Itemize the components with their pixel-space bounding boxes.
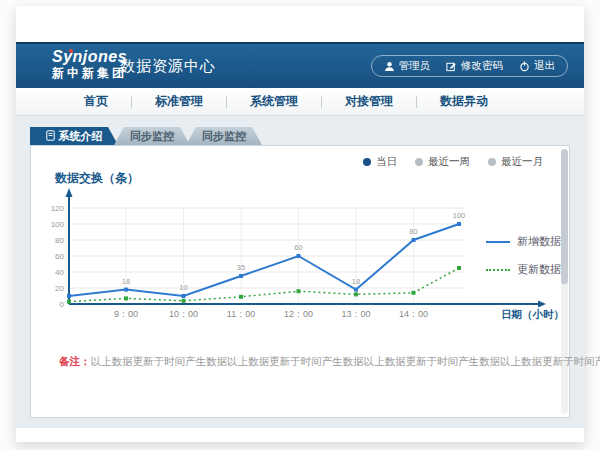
document-icon bbox=[46, 130, 55, 143]
radio-dot-icon bbox=[363, 158, 371, 166]
panel-scrollbar[interactable] bbox=[561, 149, 568, 414]
user-icon bbox=[384, 61, 395, 72]
nav-item-interface-mgmt[interactable]: 对接管理 bbox=[339, 93, 399, 110]
svg-text:日期（小时）: 日期（小时） bbox=[501, 308, 564, 321]
current-user-button[interactable]: 管理员 bbox=[384, 59, 431, 73]
page-title: 数据资源中心 bbox=[120, 57, 216, 76]
svg-text:80: 80 bbox=[55, 236, 64, 245]
nav-item-system-mgmt[interactable]: 系统管理 bbox=[244, 93, 304, 110]
footnote: 备注：以上数据更新于时间产生数据以上数据更新于时间产生数据以上数据更新于时间产生… bbox=[59, 355, 600, 369]
nav-separator bbox=[131, 96, 132, 108]
nav-separator bbox=[416, 96, 417, 108]
user-actions: 管理员 修改密码 退出 bbox=[371, 55, 569, 77]
radio-dot-icon bbox=[488, 158, 496, 166]
svg-text:11：00: 11：00 bbox=[227, 309, 255, 319]
app-header: Synjones 新中新集团 数据资源中心 管理员 修改密码 退出 bbox=[16, 42, 584, 88]
nav-separator bbox=[226, 96, 227, 108]
main-nav: 首页 标准管理 系统管理 对接管理 数据异动 bbox=[16, 88, 584, 116]
svg-text:9：00: 9：00 bbox=[114, 309, 138, 319]
tab-bar: 系统介绍 同步监控 同步监控 bbox=[30, 127, 262, 145]
footnote-text: 以上数据更新于时间产生数据以上数据更新于时间产生数据以上数据更新于时间产生数据以… bbox=[91, 355, 600, 367]
svg-text:10: 10 bbox=[179, 283, 187, 292]
svg-text:14：00: 14：00 bbox=[399, 309, 428, 319]
browser-window: Synjones 新中新集团 数据资源中心 管理员 修改密码 退出 bbox=[16, 6, 584, 442]
nav-item-standard-mgmt[interactable]: 标准管理 bbox=[149, 93, 209, 110]
chart-legend: 新增数据 更新数据 bbox=[486, 234, 561, 277]
radio-dot-icon bbox=[415, 158, 423, 166]
power-icon bbox=[519, 61, 530, 72]
logo-red-dot-icon bbox=[69, 49, 73, 53]
green-dotted-swatch-icon bbox=[486, 269, 510, 271]
logout-button[interactable]: 退出 bbox=[519, 59, 555, 73]
svg-text:80: 80 bbox=[409, 227, 417, 236]
radio-today[interactable]: 当日 bbox=[363, 155, 397, 169]
svg-text:18: 18 bbox=[122, 277, 130, 286]
nav-item-data-change[interactable]: 数据异动 bbox=[434, 93, 494, 110]
nav-separator bbox=[321, 96, 322, 108]
svg-text:35: 35 bbox=[237, 263, 245, 272]
svg-text:120: 120 bbox=[51, 204, 65, 213]
blue-line-swatch-icon bbox=[486, 241, 510, 243]
svg-text:12：00: 12：00 bbox=[284, 309, 313, 319]
legend-new-data: 新增数据 bbox=[486, 234, 561, 249]
radio-last-month[interactable]: 最近一月 bbox=[488, 155, 543, 169]
company-logo: Synjones 新中新集团 bbox=[52, 48, 127, 80]
radio-last-week[interactable]: 最近一周 bbox=[415, 155, 470, 169]
chart-panel: 当日 最近一周 最近一月 数据交换（条） 0204060801001209：00… bbox=[30, 145, 570, 418]
nav-item-home[interactable]: 首页 bbox=[78, 93, 114, 110]
svg-text:60: 60 bbox=[294, 243, 302, 252]
svg-text:0: 0 bbox=[60, 300, 65, 309]
content-area: 系统介绍 同步监控 同步监控 当日 最近一周 bbox=[16, 116, 584, 428]
time-range-filter: 当日 最近一周 最近一月 bbox=[363, 155, 543, 169]
svg-text:100: 100 bbox=[453, 211, 466, 220]
svg-text:10：00: 10：00 bbox=[169, 309, 198, 319]
legend-updated-data: 更新数据 bbox=[486, 262, 561, 277]
tab-sync-monitor-1[interactable]: 同步监控 bbox=[114, 127, 190, 145]
svg-text:20: 20 bbox=[55, 284, 64, 293]
logo-subtext: 新中新集团 bbox=[52, 67, 127, 80]
footnote-prefix: 备注： bbox=[59, 355, 91, 367]
svg-text:100: 100 bbox=[51, 220, 65, 229]
svg-text:13：00: 13：00 bbox=[341, 309, 370, 319]
scrollbar-thumb[interactable] bbox=[561, 149, 568, 284]
svg-text:60: 60 bbox=[55, 252, 64, 261]
svg-text:40: 40 bbox=[55, 268, 64, 277]
edit-icon bbox=[446, 61, 457, 72]
change-password-button[interactable]: 修改密码 bbox=[446, 59, 503, 73]
svg-text:18: 18 bbox=[352, 277, 360, 286]
logo-text: Synjones bbox=[52, 48, 127, 66]
tab-system-intro[interactable]: 系统介绍 bbox=[30, 127, 118, 145]
tab-sync-monitor-2[interactable]: 同步监控 bbox=[186, 127, 262, 145]
